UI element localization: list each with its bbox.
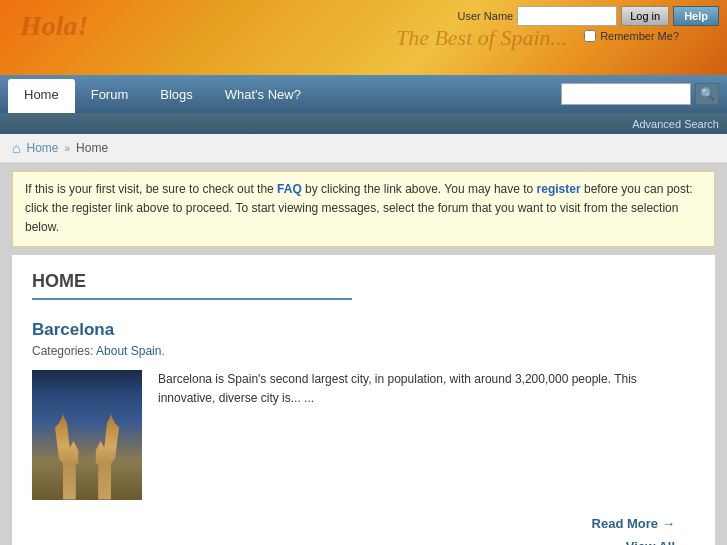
navbar: Home Forum Blogs What's New? 🔍: [0, 75, 727, 113]
article-title[interactable]: Barcelona: [32, 320, 695, 340]
nav-item-forum[interactable]: Forum: [75, 75, 145, 113]
nav-item-whats-new[interactable]: What's New?: [209, 75, 317, 113]
read-more-link[interactable]: Read More→: [592, 516, 675, 531]
view-all-link[interactable]: View All: [626, 539, 675, 545]
username-input[interactable]: [517, 6, 617, 26]
info-text-2: by clicking the link above. You may have…: [302, 182, 537, 196]
breadcrumb-home-link[interactable]: Home: [26, 141, 58, 155]
advanced-search-link[interactable]: Advanced Search: [632, 118, 719, 130]
advanced-search-bar: Advanced Search: [0, 113, 727, 134]
read-more-arrow-icon: →: [662, 516, 675, 531]
nav-item-blogs[interactable]: Blogs: [144, 75, 209, 113]
main-content: HOME Barcelona Categories: About Spain. …: [12, 255, 715, 545]
logo-text: Hola!: [20, 10, 88, 42]
categories-label: Categories:: [32, 344, 93, 358]
nav-search-area: 🔍: [561, 75, 719, 113]
username-label: User Name: [458, 10, 514, 22]
search-icon: 🔍: [700, 87, 715, 101]
faq-link[interactable]: FAQ: [277, 182, 302, 196]
breadcrumb-current: Home: [76, 141, 108, 155]
home-icon: ⌂: [12, 140, 20, 156]
remember-row: Remember Me?: [584, 30, 679, 42]
view-all-area: View All: [32, 539, 695, 545]
article-categories: Categories: About Spain.: [32, 344, 695, 358]
read-more-label: Read More: [592, 516, 658, 531]
remember-checkbox[interactable]: [584, 30, 596, 42]
info-box: If this is your first visit, be sure to …: [12, 171, 715, 247]
login-row: User Name Log in Help: [458, 6, 719, 26]
search-input[interactable]: [561, 83, 691, 105]
category-link[interactable]: About Spain: [96, 344, 161, 358]
login-button[interactable]: Log in: [621, 6, 669, 26]
home-title: HOME: [32, 271, 352, 300]
article-body: Barcelona is Spain's second largest city…: [32, 370, 695, 500]
info-text-1: If this is your first visit, be sure to …: [25, 182, 277, 196]
nav-item-home[interactable]: Home: [8, 79, 75, 113]
header: Hola! The Best of Spain... User Name Log…: [0, 0, 727, 75]
help-button[interactable]: Help: [673, 6, 719, 26]
article-image: [32, 370, 142, 500]
read-more-area: Read More→: [32, 516, 695, 531]
breadcrumb: ⌂ Home » Home: [0, 134, 727, 163]
login-area: User Name Log in Help Remember Me?: [458, 6, 719, 42]
article-text: Barcelona is Spain's second largest city…: [158, 370, 695, 500]
remember-label: Remember Me?: [600, 30, 679, 42]
search-button[interactable]: 🔍: [695, 83, 719, 105]
breadcrumb-arrow: »: [64, 143, 70, 154]
register-link[interactable]: register: [537, 182, 581, 196]
